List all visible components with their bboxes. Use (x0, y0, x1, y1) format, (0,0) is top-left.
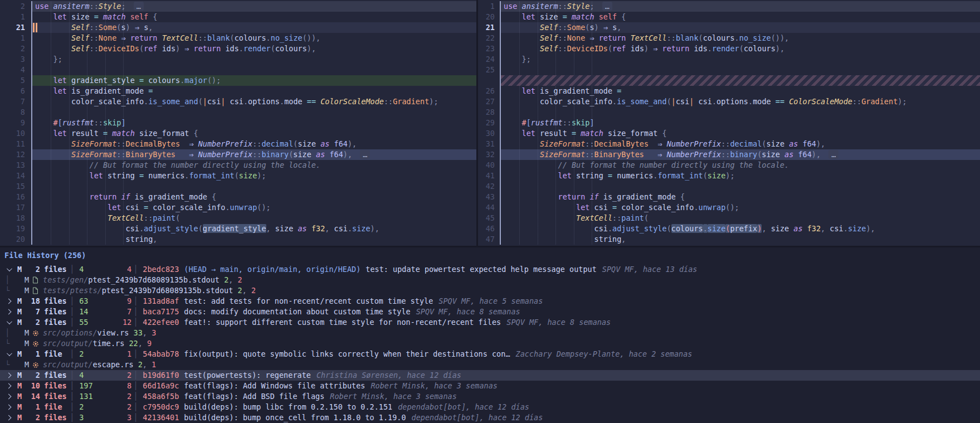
file-row[interactable]: └Msrc/output/escape.rs 2, 1 (0, 359, 980, 370)
file-row[interactable]: └Mtests/ptests/ptest_2439b7d68089135b.st… (0, 285, 980, 296)
commit-row[interactable]: M2files│5512│422efee0feat!: support diff… (0, 317, 980, 328)
code-line[interactable]: 17 let csi = color_scale_info.unwrap(); (0, 202, 476, 213)
diff-pane-old[interactable]: 2use ansiterm::Style; …1 let size = matc… (0, 0, 476, 246)
code-line[interactable]: 42 (478, 181, 980, 192)
code-line[interactable]: 27 color_scale_info.is_some_and(|csi| cs… (478, 96, 980, 107)
gutter-gap (25, 33, 31, 43)
code-text: let result = match size_format { (501, 128, 980, 139)
code-line[interactable]: 9 #[rustfmt::skip] (0, 118, 476, 128)
code-line[interactable]: 1 Self::None ⇒ return TextCell::blank(co… (0, 33, 476, 43)
code-line[interactable]: 24 }; (478, 54, 980, 65)
file-row[interactable]: └Msrc/output/time.rs 22, 9 (0, 338, 980, 349)
code-line[interactable]: 22 Self::None ⇒ return TextCell::blank(c… (478, 33, 980, 43)
code-line[interactable]: 7 color_scale_info.is_some_and(|csi| csi… (0, 96, 476, 107)
chevron-right-icon[interactable] (5, 310, 12, 314)
chevron-down-icon[interactable] (5, 320, 12, 324)
code-line[interactable]: 30 let result = match size_format { (478, 128, 980, 139)
code-line[interactable]: 44 let csi = color_scale_info.unwrap(); (478, 202, 980, 213)
fold-marker[interactable]: … (602, 2, 612, 11)
commit-row[interactable]: M10files│1978│66d16a9cfeat(flags): Add W… (0, 381, 980, 391)
gutter-gap (25, 22, 31, 33)
token: TextCell (576, 213, 612, 222)
token: :: (563, 118, 572, 127)
code-line[interactable]: 26 let is_gradient_mode = (478, 86, 980, 96)
code-line[interactable]: 29 #[rustfmt::skip] (478, 118, 980, 128)
commit-row[interactable]: M1file│21│54abab78fix(output): quote sym… (0, 349, 980, 359)
code-line[interactable]: 4 (0, 65, 476, 75)
code-line[interactable]: 16 return if is_gradient_mode { (0, 192, 476, 202)
token: f32 (807, 224, 821, 233)
code-line[interactable]: 40 // But format the number directly usi… (478, 160, 980, 171)
code-line[interactable]: 6 let is_gradient_mode = (0, 86, 476, 96)
deletions-count: 3 (99, 412, 131, 423)
chevron-right-icon[interactable] (5, 395, 12, 398)
commit-row[interactable]: M14files│1312│458a6f5bfeat(flags): Add B… (0, 391, 980, 402)
token: ] (589, 118, 594, 127)
code-line[interactable]: 1use ansiterm::Style; … (478, 1, 980, 12)
code-line[interactable]: 23 Self::DeviceIDs(ref ids) ⇒ return ids… (478, 43, 980, 54)
chevron-right-icon[interactable] (5, 416, 12, 420)
gutter-gap (25, 149, 31, 160)
code-line[interactable]: 20 string, (0, 234, 476, 245)
code-line[interactable]: 45 TextCell::paint( (478, 213, 980, 223)
file-path-dir: src/output/ (43, 359, 92, 370)
commit-row[interactable]: M2files│44│2bedc823(HEAD → main, origin/… (0, 264, 980, 275)
token: ( (644, 213, 649, 222)
token: :: (144, 213, 153, 222)
file-row[interactable]: │Msrc/options/view.rs 33, 3 (0, 328, 980, 338)
commit-row[interactable]: M1file│22│c7950dc9build(deps): bump libc… (0, 402, 980, 412)
code-line[interactable]: 14 let string = numerics.format_int(size… (0, 171, 476, 181)
chevron-down-icon[interactable] (5, 268, 12, 271)
code-line[interactable]: 28 (478, 107, 980, 118)
commit-row[interactable]: M2files│42│b19d61f0test(powertests): reg… (0, 370, 980, 381)
code-line[interactable]: 11 SizeFormat::DecimalBytes ⇒ NumberPref… (0, 139, 476, 149)
chevron-right-icon[interactable] (5, 384, 12, 388)
code-line[interactable]: 18 TextCell::paint( (0, 213, 476, 223)
code-line[interactable]: 21 Self::Some(s) ⇒ s, (0, 22, 476, 33)
diff-pane-new[interactable]: 1use ansiterm::Style; …20 let size = mat… (478, 0, 980, 246)
code-line[interactable]: 41 let string = numerics.format_int(size… (478, 171, 980, 181)
file-row[interactable]: │Mtests/gen/ptest_2439b7d68089135b.stdou… (0, 275, 980, 285)
code-line[interactable]: 1 let size = match self { (0, 12, 476, 22)
code-line[interactable]: 46 csi.adjust_style(colours.size(prefix)… (478, 223, 980, 234)
code-line[interactable]: 15 (0, 181, 476, 192)
code-line[interactable]: 13 // But format the number directly usi… (0, 160, 476, 171)
code-line[interactable]: 31 SizeFormat::DecimalBytes ⇒ NumberPref… (478, 139, 980, 149)
chevron-down-icon[interactable] (5, 352, 12, 356)
token (35, 44, 71, 53)
fold-marker[interactable]: … (828, 150, 838, 159)
token: result (71, 129, 103, 138)
commit-author-date: Robert Minsk, hace 3 semanas (330, 391, 457, 402)
commit-row[interactable]: M18files│639│131ad8aftest: add tests for… (0, 296, 980, 307)
commit-message: test(powertests): regenerate (184, 370, 311, 381)
comma: , (143, 328, 152, 338)
code-line[interactable]: 21 Self::Some(s) ⇒ s, (478, 22, 980, 33)
fold-marker[interactable]: … (134, 2, 144, 11)
code-line[interactable]: 19 csi.adjust_style(gradient_style, size… (0, 223, 476, 234)
token (504, 203, 576, 212)
code-line[interactable]: 20 let size = match self { (478, 12, 980, 22)
chevron-right-icon[interactable] (5, 405, 12, 409)
code-line[interactable]: 3 }; (0, 54, 476, 65)
token: unwrap (230, 203, 257, 212)
chevron-right-icon[interactable] (5, 299, 12, 303)
commit-row[interactable]: M7files│147│baca7175docs: modify documen… (0, 307, 980, 317)
code-line[interactable]: 47 string, (478, 234, 980, 245)
code-line[interactable]: 5 let gradient_style = colours.major(); (0, 75, 476, 86)
code-line[interactable]: 10 let result = match size_format { (0, 128, 476, 139)
code-line[interactable]: 32 SizeFormat::BinaryBytes ⇒ NumberPrefi… (478, 149, 980, 160)
token: string (126, 235, 153, 244)
code-line[interactable]: 12 SizeFormat::BinaryBytes ⇒ NumberPrefi… (0, 149, 476, 160)
chevron-right-icon[interactable] (5, 373, 12, 377)
fold-marker[interactable]: … (360, 150, 370, 159)
code-line[interactable]: 43 return if is_gradient_mode { (478, 192, 980, 202)
code-line[interactable]: 8 (0, 107, 476, 118)
token: = (617, 86, 621, 95)
code-line[interactable]: 2use ansiterm::Style; … (0, 1, 476, 12)
token: , (621, 235, 626, 244)
code-line[interactable]: 2 Self::DeviceIDs(ref ids) ⇒ return ids.… (0, 43, 476, 54)
code-line[interactable]: 25 (478, 65, 980, 75)
code-line[interactable] (478, 75, 980, 86)
code-text: string, (501, 234, 980, 245)
commit-row[interactable]: M2files│33│42136401build(deps): bump onc… (0, 412, 980, 423)
